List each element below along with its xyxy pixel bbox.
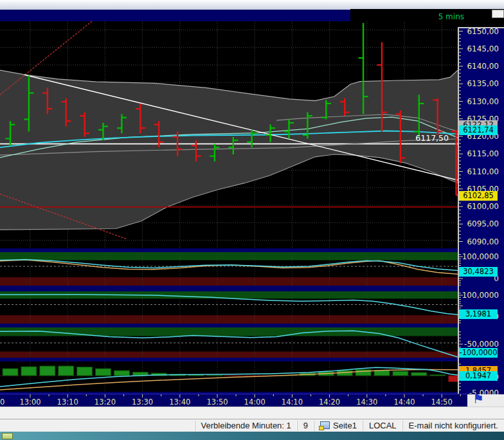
price-axis[interactable]: 6150,006145,006140,006135,006130,006125,… — [458, 27, 504, 407]
indicator-panel-3[interactable] — [0, 325, 458, 360]
time-axis-label: 14:50 — [429, 398, 455, 407]
price-marker-label: 6121,74 — [459, 125, 498, 135]
price-marker-label: 30,4823 — [459, 267, 498, 277]
time-axis-label: 13:10 — [55, 398, 80, 407]
price-marker-label: 6102,85 — [459, 191, 498, 201]
time-axis-label: 13:30 — [130, 398, 156, 407]
corner-box — [492, 10, 504, 18]
indicator-panel-2[interactable] — [0, 289, 458, 325]
taskbar-app-icon[interactable] — [2, 433, 13, 439]
price-axis-label: 6110,00 — [460, 167, 503, 176]
time-axis-label: 13:00 — [17, 398, 43, 407]
price-axis-label: 6100,00 — [460, 202, 503, 211]
status-bar: Verbleibende Minuten: 1 9 Seite1 LOCAL E… — [0, 419, 504, 432]
price-axis-label: 6130,00 — [460, 97, 503, 106]
time-axis-label: 14:20 — [317, 398, 343, 407]
status-page: Seite1 — [314, 421, 363, 431]
indicator-panel-1[interactable] — [0, 250, 458, 288]
price-marker-label: 3,1981 — [459, 309, 498, 319]
main-price-chart[interactable]: 6117,50 — [0, 21, 458, 250]
time-axis-label: 0 — [0, 398, 9, 407]
time-axis-label: 13:50 — [204, 398, 230, 407]
time-axis-label: 14:00 — [242, 398, 267, 407]
price-axis-label: 6145,00 — [460, 44, 503, 53]
time-axis[interactable]: 013:0013:1013:2013:3013:4013:5014:0014:1… — [0, 394, 467, 407]
indicator-axis-label: -50,0000 — [460, 340, 503, 349]
trading-app-window: 5 mins 6117,50 6150,006145,006140,006135… — [0, 0, 504, 440]
indicator-axis-label: 100,0000 — [460, 291, 503, 300]
network-icon — [320, 421, 330, 429]
time-axis-label: 13:40 — [167, 398, 193, 407]
price-axis-label: 6090,00 — [460, 237, 503, 246]
status-page-label: Seite1 — [333, 421, 357, 430]
status-connection: LOCAL — [363, 421, 402, 431]
time-axis-label: 14:40 — [392, 398, 417, 407]
price-marker-label: -100,0000 — [459, 348, 498, 358]
price-axis-label: 6140,00 — [460, 62, 503, 71]
status-email: E-mail nicht konfiguriert. — [402, 421, 504, 431]
price-axis-label: 6150,00 — [460, 27, 503, 36]
price-axis-label: 6135,00 — [460, 79, 503, 88]
time-axis-label: 14:30 — [354, 398, 380, 407]
taskbar-strip — [0, 432, 504, 440]
indicator-panel-4[interactable] — [0, 360, 458, 394]
status-count: 9 — [297, 421, 314, 431]
time-axis-label: 13:20 — [92, 398, 118, 407]
price-marker-label: 0,1947 — [459, 371, 498, 381]
horizontal-scrollbar[interactable]: ▶ — [0, 407, 504, 419]
chart-top-band — [0, 10, 350, 21]
price-axis-label: 6115,00 — [460, 149, 503, 158]
timeframe-label: 5 mins — [392, 12, 464, 21]
status-remaining-minutes: Verbleibende Minuten: 1 — [195, 421, 297, 431]
level-price-label: 6117,50 — [415, 133, 449, 143]
flag-icon[interactable]: ⚑ — [473, 391, 484, 407]
time-axis-label: 14:10 — [279, 398, 305, 407]
indicator-axis-label: 100,0000 — [460, 252, 503, 261]
price-axis-label: 6095,00 — [460, 219, 503, 228]
